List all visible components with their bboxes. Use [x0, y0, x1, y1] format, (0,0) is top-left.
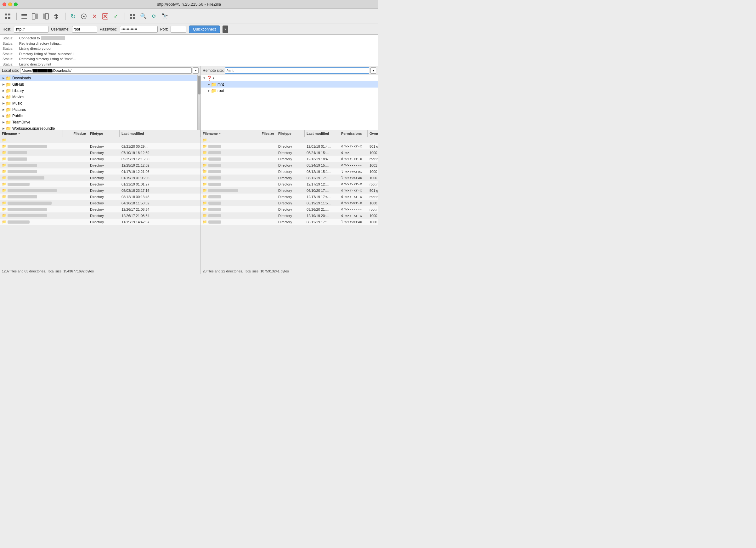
table-row[interactable]: 📁████ Directory 08/12/19 17:... lrwxrwxr… [201, 175, 378, 181]
local-site-dropdown[interactable]: ▾ [193, 67, 199, 74]
minimize-button[interactable] [8, 3, 12, 6]
window-title: sftp://root@5.n.25.215.56 - FileZilla [157, 2, 221, 7]
local-tree-item-github[interactable]: ▶ 📁 GitHub [0, 81, 197, 88]
refresh-button[interactable]: ↻ [68, 11, 78, 21]
table-row[interactable]: 📁████████████ Directory 12/25/19 21:12:0… [0, 162, 200, 168]
svg-rect-2 [5, 17, 7, 19]
reconnect-button[interactable]: ✓ [111, 11, 121, 21]
table-row[interactable]: 📁█████████ Directory 01/21/19 01:01:27 [0, 181, 200, 187]
remote-col-lastmod[interactable]: Last modified [305, 130, 339, 137]
table-row[interactable]: 📁████████████ Directory 01/17/19 12:21:0… [0, 168, 200, 175]
table-row[interactable]: 📁████████████████ Directory 12/26/17 21:… [0, 206, 200, 212]
remote-col-filesize[interactable]: Filesize [254, 130, 276, 137]
table-row[interactable]: 📁████ Directory 12/01/18 01:4... drwxr-x… [201, 143, 378, 150]
password-input[interactable] [120, 26, 158, 33]
table-row[interactable]: 📁████ Directory 12/17/19 12:... drwxr-xr… [201, 181, 378, 187]
local-tree-label-teamdrive: TeamDrive [12, 120, 30, 124]
local-tree-item-library[interactable]: ▶ 📁 Library [0, 88, 197, 94]
mnt-folder-icon: 📁 [211, 82, 216, 87]
find-files-button[interactable]: 🔭 [160, 11, 170, 21]
local-tree-item-music[interactable]: ▶ 📁 Music [0, 100, 197, 106]
table-row[interactable]: 📁████ Directory 12/19/19 20:... drwxr-xr… [201, 212, 378, 219]
transfer-queue-button[interactable] [51, 11, 61, 21]
movies-folder-icon: 📁 [6, 94, 11, 99]
cancel-button[interactable]: ✕ [89, 11, 99, 21]
local-tree-label-github: GitHub [12, 82, 24, 87]
remote-tree-item-mnt[interactable]: ▶ 📁 mnt [201, 81, 378, 88]
local-table-header: Filename ▲ Filesize Filetype Last modifi… [0, 130, 200, 137]
table-row[interactable]: 📁████████████ Directory 08/12/18 00:13:4… [0, 194, 200, 200]
table-row[interactable]: 📁████ Directory 03/26/20 21:... drwx----… [201, 206, 378, 212]
maximize-button[interactable] [14, 3, 18, 6]
table-row[interactable]: 📁 ↗ ████ Directory 08/12/19 15:1... lrwx… [201, 168, 378, 175]
local-col-filetype[interactable]: Filetype [88, 130, 120, 137]
table-row[interactable]: 📁████████████████ Directory 12/26/17 21:… [0, 212, 200, 219]
table-row[interactable]: 📁████ Directory 12/17/19 17:4... drwxr-x… [201, 194, 378, 200]
local-col-lastmod[interactable]: Last modified [120, 130, 200, 137]
local-tree-item-pictures[interactable]: ▶ 📁 Pictures [0, 106, 197, 113]
table-row[interactable]: 📁████ Directory 05/24/19 15:... drwx----… [201, 162, 378, 168]
table-row[interactable]: 📁█████████ Directory 11/15/19 14:42:57 [0, 219, 200, 225]
svg-rect-1 [8, 14, 10, 15]
remote-site-dropdown[interactable]: ▾ [370, 67, 376, 74]
local-tree-item-workspace[interactable]: ▶ 📁 Workspace.sparsebundle [0, 125, 197, 130]
filetype-button[interactable] [127, 11, 138, 21]
close-button[interactable] [3, 3, 6, 6]
svg-rect-18 [130, 17, 132, 19]
local-tree-item-downloads[interactable]: ▶ 📁 Downloads [0, 75, 197, 81]
toggle-localtree-button[interactable] [30, 11, 40, 21]
quickconnect-button[interactable]: Quickconnect [189, 25, 220, 33]
svg-rect-4 [21, 14, 27, 15]
remote-col-filename[interactable]: Filename ▲ [201, 130, 254, 137]
table-row[interactable]: 📁████████ Directory 09/25/19 12:15:30 [0, 156, 200, 162]
remote-site-input[interactable] [225, 67, 369, 74]
cancel-all-button[interactable] [100, 11, 110, 21]
process-queue-button[interactable] [79, 11, 89, 21]
port-label: Port: [160, 27, 168, 31]
remote-col-perms[interactable]: Permissions [339, 130, 368, 137]
pictures-folder-icon: 📁 [6, 107, 11, 112]
local-site-input[interactable] [20, 67, 192, 74]
port-input[interactable] [171, 26, 186, 33]
local-file-list-footer: 1237 files and 63 directories. Total siz… [0, 268, 200, 274]
remote-tree-item-root[interactable]: ▼ ❓ / [201, 75, 378, 81]
local-tree-label-pictures: Pictures [12, 107, 26, 112]
table-row[interactable]: 📁████████ Directory 07/10/19 18:12:39 [0, 150, 200, 156]
table-row[interactable]: 📁.. [201, 137, 378, 143]
remote-col-filetype[interactable]: Filetype [276, 130, 305, 137]
quickconnect-dropdown[interactable]: ▾ [223, 25, 228, 33]
local-tree-item-teamdrive[interactable]: ▶ 📁 TeamDrive [0, 119, 197, 125]
username-input[interactable] [72, 26, 97, 33]
table-row[interactable]: 📁██████████████████ Directory 04/16/18 1… [0, 200, 200, 206]
table-row[interactable]: 📁 .. [0, 137, 200, 143]
toggle-msglog-button[interactable] [19, 11, 29, 21]
remote-table-header: Filename ▲ Filesize Filetype Last modifi… [201, 130, 378, 137]
host-input[interactable] [14, 26, 48, 33]
local-tree-item-movies[interactable]: ▶ 📁 Movies [0, 94, 197, 100]
table-row[interactable]: 📁████ Directory 05/24/19 15:... drwx----… [201, 150, 378, 156]
remote-tree-item-root-dir[interactable]: ▶ 📁 root [201, 88, 378, 94]
search-local-button[interactable]: 🔍 [138, 11, 148, 21]
site-manager-button[interactable] [3, 11, 13, 21]
filename-sort-icon: ▲ [18, 132, 20, 135]
local-tree-scrollbar[interactable] [197, 75, 200, 130]
remote-table-body: 📁.. 📁████ Directory 12/01/18 01:4... drw… [201, 137, 378, 268]
remote-tree-label-mnt: mnt [217, 82, 224, 87]
table-row[interactable]: 📁████ Directory 08/12/19 17:1... lrwxrwx… [201, 219, 378, 225]
table-row[interactable]: 📁████████████████████ Directory 05/03/18… [0, 187, 200, 194]
table-row[interactable]: 📁████████████████ Directory 02/21/20 00:… [0, 143, 200, 150]
svg-rect-9 [36, 14, 38, 19]
local-tree-item-public[interactable]: ▶ 📁 Public [0, 113, 197, 119]
local-tree-item-label: Downloads [12, 76, 31, 80]
library-folder-icon: 📁 [6, 88, 11, 93]
synchronize-button[interactable]: ⟳ [149, 11, 159, 21]
table-row[interactable]: 📁████████████ Directory 06/10/20 17:... … [201, 187, 378, 194]
local-col-filesize[interactable]: Filesize [63, 130, 88, 137]
remote-col-owner[interactable]: Owner/Group [368, 130, 378, 137]
toggle-remotetree-button[interactable] [41, 11, 51, 21]
table-row[interactable]: 📁███████████████ Directory 01/19/19 01:0… [0, 175, 200, 181]
local-col-filename[interactable]: Filename ▲ [0, 130, 63, 137]
table-row[interactable]: 📁████ Directory 08/19/19 11:5... drwxrwx… [201, 200, 378, 206]
teamdrive-folder-icon: 📁 [6, 120, 11, 125]
table-row[interactable]: 📁████ Directory 12/13/19 18:4... drwxr-x… [201, 156, 378, 162]
